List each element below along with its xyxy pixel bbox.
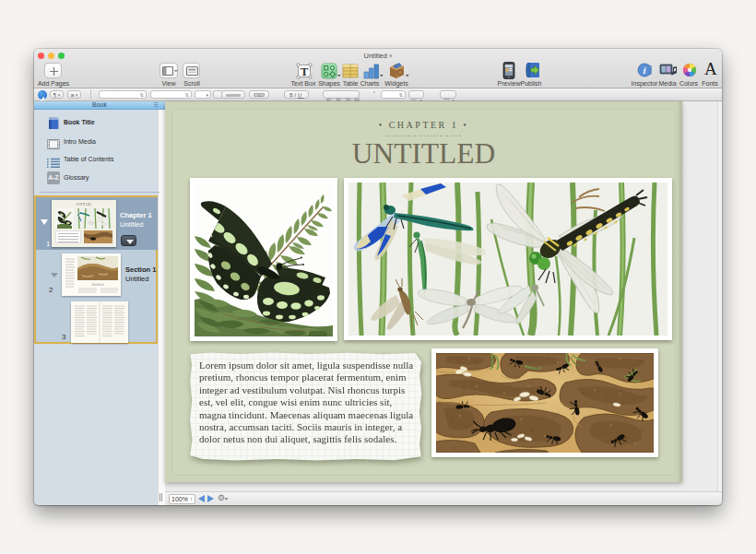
svg-text:T: T [301,65,309,78]
svg-text:Untitled: Untitled [91,282,103,287]
